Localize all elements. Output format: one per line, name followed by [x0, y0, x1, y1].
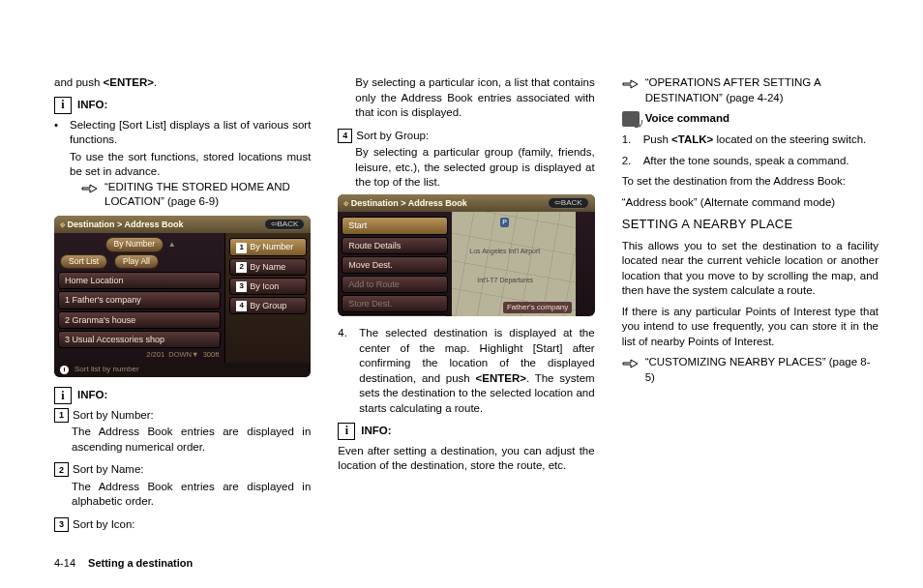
box-number-icon: 1: [54, 408, 69, 423]
label: By Number: [250, 242, 293, 251]
key-talk: <TALK>: [671, 133, 713, 145]
item-title: Sort by Number:: [73, 408, 154, 424]
reference-text: “OPERATIONS AFTER SETTING A DESTINATION”…: [645, 75, 878, 105]
list-item: Add to Route: [342, 276, 448, 293]
label: By Name: [250, 262, 285, 272]
item-description: The Address Book entries are displayed i…: [54, 425, 311, 455]
page-body: and push <ENTER>. i INFO: • Selecting [S…: [0, 0, 923, 555]
list-item: Move Dest.: [342, 256, 448, 274]
scale: 300ft: [203, 350, 220, 359]
box-number-icon: 4: [338, 129, 352, 143]
nav-screenshot-map: ⟐ Destination > Address Book ⇦BACK Start…: [338, 194, 594, 317]
body-text: This allows you to set the destination t…: [622, 239, 878, 299]
item-title: Sort by Name:: [73, 462, 144, 478]
back-button: ⇦BACK: [264, 219, 306, 231]
shot-body: By Number ▲ Sort List Play All Home Loca…: [54, 233, 311, 363]
sort-list-button: Sort List: [60, 254, 107, 269]
shot-left-pane: Start Route Details Move Dest. Add to Ro…: [338, 212, 452, 316]
step-item: 2. After the tone sounds, speak a comman…: [622, 154, 878, 169]
text: To use the sort functions, stored locati…: [70, 150, 311, 180]
info-callout: i INFO:: [54, 97, 311, 114]
breadcrumb: Destination > Address Book: [351, 198, 467, 208]
cross-reference: “OPERATIONS AFTER SETTING A DESTINATION”…: [622, 75, 878, 105]
step-number: 1.: [622, 132, 636, 148]
badge: 4: [236, 301, 247, 311]
body-text: If there is any particular Points of Int…: [622, 305, 878, 350]
voice-label: Voice command: [645, 111, 729, 127]
list-item: 3 Usual Accessories shop: [58, 331, 221, 348]
info-callout: i INFO:: [338, 423, 594, 440]
page-number: 4-14: [54, 557, 75, 569]
label: By Icon: [250, 281, 279, 291]
pointer-icon: [622, 75, 640, 89]
nav-screenshot-sort: ⟐ Destination > Address Book ⇦BACK By Nu…: [54, 216, 311, 377]
text: .: [154, 76, 157, 88]
map-label: Los Angeles Int'l Airport: [469, 247, 540, 255]
hint-text: Sort list by number: [74, 365, 139, 375]
label: By Group: [250, 301, 286, 310]
reference-text: “CUSTOMIZING NEARBY PLACES” (page 8-5): [645, 355, 878, 385]
shot-footer: i Sort list by number: [54, 363, 311, 377]
reference-text: “EDITING THE STORED HOME AND LOCATION” (…: [104, 180, 311, 210]
page-footer: 4-14 Setting a destination: [54, 556, 193, 571]
bullet-dot: •: [54, 118, 62, 180]
info-callout: i INFO:: [54, 387, 311, 404]
item-description: The Address Book entries are displayed i…: [54, 480, 311, 510]
key-enter: <ENTER>: [476, 372, 526, 384]
step-text: After the tone sounds, speak a command.: [643, 154, 849, 169]
info-label: INFO:: [361, 424, 391, 439]
step-text: The selected destination is displayed at…: [359, 326, 594, 416]
shot-header: ⟐ Destination > Address Book ⇦BACK: [338, 194, 594, 213]
text: Push: [643, 133, 671, 145]
cross-reference: “EDITING THE STORED HOME AND LOCATION” (…: [54, 180, 311, 210]
step-number: 2.: [622, 154, 636, 169]
counter: 2/201: [146, 350, 164, 359]
item-title: Sort by Group:: [356, 129, 429, 144]
item-title: Sort by Icon:: [73, 517, 135, 533]
parking-icon: P: [500, 218, 509, 226]
step-text: Push <TALK> located on the steering swit…: [643, 132, 867, 148]
shot-right-pane: 1By Number 2By Name 3By Icon 4By Group: [224, 233, 311, 363]
map-banner: Father's company: [503, 302, 572, 314]
info-icon: i: [338, 423, 355, 440]
section-heading: SETTING A NEARBY PLACE: [622, 216, 878, 233]
sort-indicator: By Number: [105, 237, 164, 251]
shot-header: ⟐ Destination > Address Book ⇦BACK: [54, 216, 311, 234]
bullet-item: • Selecting [Sort List] displays a list …: [54, 118, 311, 180]
text: and push: [54, 76, 104, 88]
info-icon: i: [60, 366, 69, 374]
side-option: 4By Group: [229, 297, 307, 314]
step-item: 4. The selected destination is displayed…: [338, 326, 594, 416]
section-title: Setting a destination: [88, 557, 193, 569]
pointer-icon: [622, 355, 640, 368]
box-number-icon: 2: [54, 462, 69, 477]
step-number: 4.: [338, 326, 351, 416]
numbered-item: 3 Sort by Icon:: [54, 517, 311, 533]
info-icon: i: [54, 97, 72, 114]
item-description: By selecting a particular group (family,…: [338, 145, 594, 191]
text: Selecting [Sort List] displays a list of…: [70, 119, 311, 146]
badge: 3: [236, 281, 247, 292]
list-item: 2 Granma's house: [58, 311, 221, 329]
shot-left-pane: By Number ▲ Sort List Play All Home Loca…: [54, 233, 224, 363]
item-description: By selecting a particular icon, a list t…: [338, 75, 594, 121]
text: To set the destination from the Address …: [622, 174, 878, 190]
list-item: 1 Father's company: [58, 291, 221, 309]
numbered-item: 4 Sort by Group:: [338, 129, 594, 144]
box-number-icon: 3: [54, 517, 69, 532]
cross-reference: “CUSTOMIZING NEARBY PLACES” (page 8-5): [622, 355, 878, 385]
list-item: Home Location: [58, 272, 221, 289]
side-option: 1By Number: [229, 238, 307, 255]
lead-line: and push <ENTER>.: [54, 75, 311, 91]
numbered-item: 2 Sort by Name:: [54, 462, 311, 478]
badge: 2: [236, 262, 247, 273]
text: “Address book” (Alternate command mode): [622, 195, 878, 211]
info-icon: i: [54, 387, 72, 404]
map-pane: P Los Angeles Int'l Airport Int'l-T7 Dep…: [452, 212, 576, 316]
key-enter: <ENTER>: [104, 76, 154, 88]
list-item: Start: [342, 217, 448, 234]
voice-command-heading: Voice command: [622, 111, 878, 127]
voice-icon: [622, 111, 640, 127]
numbered-item: 1 Sort by Number:: [54, 408, 311, 424]
play-all-button: Play All: [114, 254, 159, 269]
